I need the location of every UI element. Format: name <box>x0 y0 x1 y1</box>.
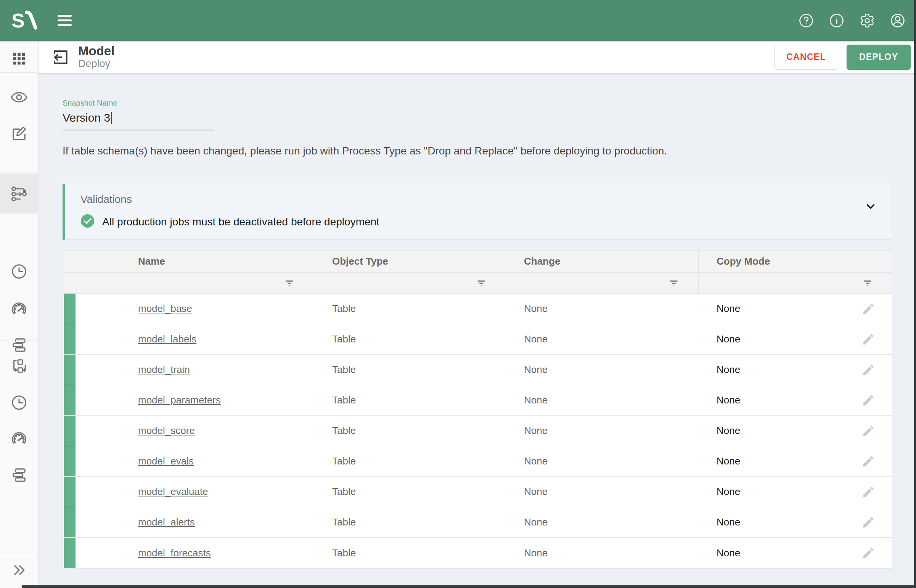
row-copy-mode-cell: None <box>699 355 892 385</box>
edit-pencil-icon[interactable] <box>860 514 877 531</box>
settings-icon[interactable] <box>857 11 877 31</box>
edit-icon[interactable] <box>0 120 38 147</box>
snapshot-name-input[interactable]: Version 3 <box>63 111 214 131</box>
change-value: None <box>524 394 548 406</box>
validation-item: All production jobs must be deactivated … <box>81 214 877 229</box>
row-name-cell: model_evaluate <box>120 477 314 507</box>
deploy-button[interactable]: DEPLOY <box>847 45 911 70</box>
help-icon[interactable] <box>796 11 816 31</box>
workflow-icon[interactable] <box>0 352 38 380</box>
expand-double-chevron-icon[interactable] <box>0 556 38 584</box>
sidebar-divider <box>0 555 38 555</box>
row-status-cell <box>63 385 120 415</box>
edit-pencil-icon[interactable] <box>860 392 877 409</box>
account-icon[interactable] <box>888 11 908 31</box>
apps-grid-icon[interactable] <box>0 45 38 73</box>
menu-icon[interactable] <box>55 13 74 28</box>
eye-icon[interactable] <box>0 84 38 111</box>
edit-pencil-icon[interactable] <box>860 331 877 348</box>
table-filter-row <box>63 272 892 294</box>
object-type-value: Table <box>332 486 356 498</box>
back-exit-icon[interactable] <box>50 47 71 68</box>
column-header-object-type: Object Type <box>314 250 506 272</box>
copy-mode-value: None <box>717 455 740 467</box>
row-object-type-cell: Table <box>314 507 506 537</box>
app-logo[interactable]: S <box>11 10 38 31</box>
object-name-link[interactable]: model_evaluate <box>138 486 208 498</box>
gauge-icon[interactable] <box>0 295 38 323</box>
gauge-icon[interactable] <box>0 425 38 452</box>
object-type-value: Table <box>332 516 356 528</box>
change-value: None <box>524 333 548 345</box>
filter-icon[interactable] <box>861 276 874 290</box>
validations-title: Validations <box>81 193 877 205</box>
column-header-name: Name <box>120 250 314 272</box>
column-header-change: Change <box>506 250 699 272</box>
table-row: model_labels Table None None <box>63 324 892 355</box>
clock-icon[interactable] <box>0 389 38 417</box>
object-name-link[interactable]: model_forecasts <box>138 547 211 559</box>
change-value: None <box>524 303 548 315</box>
edit-pencil-icon[interactable] <box>860 423 877 439</box>
edit-pencil-icon[interactable] <box>860 300 877 317</box>
deploy-note: If table schema(s) have been changed, pl… <box>63 145 863 157</box>
object-name-link[interactable]: model_parameters <box>138 394 221 406</box>
object-name-link[interactable]: model_base <box>138 303 192 315</box>
row-object-type-cell: Table <box>314 324 506 354</box>
info-icon[interactable] <box>827 11 847 31</box>
page-title: Model <box>78 44 115 58</box>
object-type-value: Table <box>332 455 356 467</box>
table-row: model_base Table None None <box>63 294 892 324</box>
row-change-cell: None <box>506 507 699 537</box>
model-deploy-screen: S <box>0 0 916 588</box>
row-name-cell: model_base <box>120 294 314 324</box>
copy-mode-value: None <box>717 516 740 528</box>
row-status-cell <box>63 355 120 385</box>
row-change-cell: None <box>506 355 699 385</box>
row-object-type-cell: Table <box>314 385 506 415</box>
main-content: Snapshot Name Version 3 If table schema(… <box>39 74 916 588</box>
filter-icon[interactable] <box>474 276 488 290</box>
table-row: model_train Table None None <box>63 355 892 385</box>
table-row: model_alerts Table None None <box>63 507 892 538</box>
chevron-down-icon[interactable] <box>862 198 879 215</box>
row-object-type-cell: Table <box>314 294 506 324</box>
table-row: model_evaluate Table None None <box>63 477 892 507</box>
row-object-type-cell: Table <box>314 477 506 507</box>
row-status-bar <box>64 477 76 507</box>
edit-pencil-icon[interactable] <box>860 453 877 470</box>
row-copy-mode-cell: None <box>699 294 892 324</box>
row-status-bar <box>64 385 76 415</box>
object-name-link[interactable]: model_alerts <box>138 516 195 528</box>
object-name-link[interactable]: model_train <box>138 364 190 376</box>
row-change-cell: None <box>506 324 699 354</box>
screen-right-edge <box>914 0 916 588</box>
object-type-value: Table <box>332 364 356 376</box>
filter-icon[interactable] <box>667 276 681 290</box>
row-object-type-cell: Table <box>314 416 506 446</box>
clock-icon[interactable] <box>0 258 38 285</box>
check-circle-icon <box>81 214 95 229</box>
row-copy-mode-cell: None <box>699 446 892 476</box>
row-status-bar <box>64 324 76 354</box>
table-header-row: Name Object Type Change Copy Mode <box>63 250 892 272</box>
filter-icon[interactable] <box>283 276 296 290</box>
validations-panel: Validations All production jobs must be … <box>63 184 892 240</box>
object-name-link[interactable]: model_labels <box>138 333 196 345</box>
snapshot-name-value: Version 3 <box>63 111 110 124</box>
stack-icon[interactable] <box>0 461 38 489</box>
edit-pencil-icon[interactable] <box>860 544 877 561</box>
cancel-button[interactable]: CANCEL <box>774 45 838 70</box>
row-copy-mode-cell: None <box>699 385 892 415</box>
change-value: None <box>524 486 548 498</box>
object-name-link[interactable]: model_evals <box>138 455 194 467</box>
edit-pencil-icon[interactable] <box>860 362 877 378</box>
object-name-link[interactable]: model_score <box>138 425 195 437</box>
copy-mode-value: None <box>717 364 740 376</box>
page-toolbar: Model Deploy CANCEL DEPLOY <box>39 41 916 74</box>
object-type-value: Table <box>332 547 356 559</box>
row-status-cell <box>63 294 120 324</box>
edit-pencil-icon[interactable] <box>860 483 877 500</box>
pipeline-icon[interactable] <box>0 173 38 213</box>
app-logo-slash-icon <box>24 10 38 31</box>
